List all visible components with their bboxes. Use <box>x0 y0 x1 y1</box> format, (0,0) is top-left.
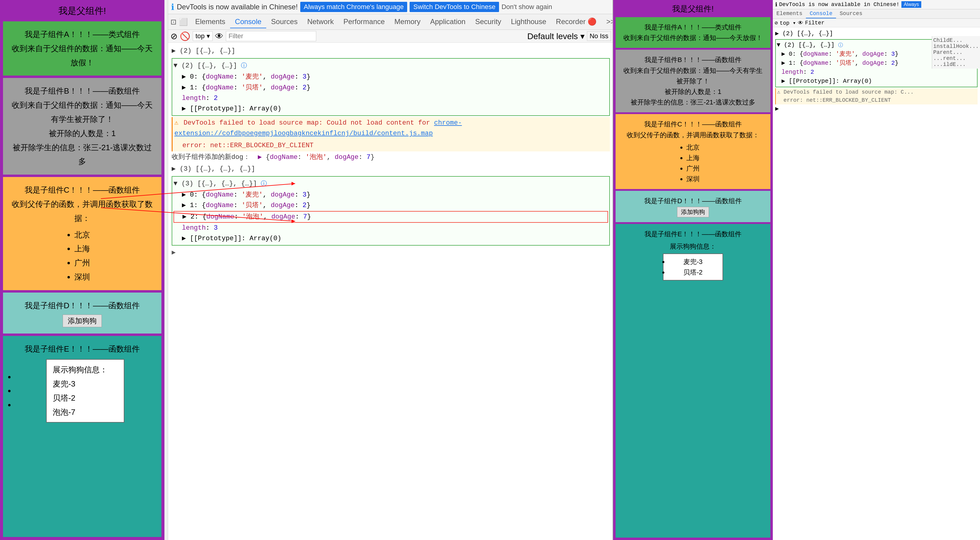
child-c-func: 收到父传子的函数，并调用函数获取了数据： <box>9 197 155 226</box>
mini-child-c-title: 我是子组件C！！！——函数组件 <box>620 119 765 129</box>
line-text-2: (2) [{…}, {…}] <box>181 62 237 70</box>
right-panel: 我是父组件! 我是子组件A！！！——类式组件 收到来自于父组件的数据：通知——今… <box>612 0 980 540</box>
expand-proto-a[interactable]: ▶ <box>182 105 186 113</box>
right-label-1: installHook... <box>933 43 979 49</box>
warning-text: DevTools failed to load source map: Coul… <box>174 119 462 137</box>
console-filter-input[interactable] <box>226 31 316 41</box>
mini-child-d: 我是子组件D！！！——函数组件 添加狗狗 <box>616 191 770 222</box>
match-language-button[interactable]: Always match Chrome's language <box>300 2 407 12</box>
console-group-green-2: ▼ (3) [{…}, {…}, {…}] ⓘ ▶ 0: {dogName: '… <box>172 176 610 246</box>
tab-elements[interactable]: Elements <box>190 16 230 28</box>
expand-sub-2b[interactable]: ▶ <box>183 213 186 221</box>
console-new-dog: 收到子组件添加的新dog： ▶ {dogName: '泡泡', dogAge: … <box>172 151 610 163</box>
tab-lighthouse[interactable]: Lighthouse <box>506 16 551 28</box>
mini-parent-title: 我是父组件! <box>671 2 715 15</box>
expand-sub-0b[interactable]: ▶ <box>182 191 186 199</box>
child-c-title: 我是子组件C！！！——函数组件 <box>9 183 155 197</box>
new-dog-arrow: ▶ <box>258 154 262 161</box>
mini-tab-console[interactable]: Console <box>806 10 836 18</box>
dog-item-1: 贝塔-2 <box>53 391 118 405</box>
mini-child-c-cities: 北京 上海 广州 深圳 <box>686 142 700 184</box>
expand-arrow-3a[interactable]: ▶ <box>172 165 176 173</box>
expand-arrow-3b[interactable]: ▼ <box>173 180 177 187</box>
dog-list-wrapper: 展示狗狗信息： 麦兜-3 贝塔-2 泡泡-7 <box>9 356 155 426</box>
app-panel: 我是父组件! 我是子组件A！！！——类式组件 收到来自于父组件的数据：通知——今… <box>0 0 164 540</box>
mini-sub-arrow-0[interactable]: ▶ <box>781 51 785 57</box>
console-line-2: ▼ (2) [{…}, {…}] ⓘ <box>173 60 608 71</box>
devtools-tabs: ⊡ ⬜ Elements Console Sources Network Per… <box>168 14 614 30</box>
tab-application[interactable]: Application <box>425 16 470 28</box>
mini-child-e-title: 我是子组件E！！！——函数组件 <box>620 229 765 239</box>
mini-proto-arrow[interactable]: ▶ <box>781 78 785 84</box>
device-icon[interactable]: ⬜ <box>179 18 188 26</box>
tab-recorder[interactable]: Recorder 🔴 <box>551 16 601 28</box>
console-line-3a: ▶ (3) [{…}, {…}, {…}] <box>172 163 610 175</box>
tab-performance[interactable]: Performance <box>339 16 390 28</box>
mini-dog-0: 麦兜-3 <box>668 256 718 267</box>
mini-vue-badge: ⓘ <box>838 43 843 48</box>
console-proto-a: ▶ [[Prototype]]: Array(0) <box>173 103 608 114</box>
city-2: 广州 <box>75 256 90 270</box>
mini-dog-list: 麦兜-3 贝塔-2 <box>668 256 718 278</box>
expand-arrow-1[interactable]: ▶ <box>172 47 176 55</box>
parent-title: 我是父组件! <box>59 3 106 19</box>
mini-arrow-1[interactable]: ▶ <box>775 30 779 37</box>
console-length-a: length: 2 <box>173 93 608 103</box>
expand-proto-b[interactable]: ▶ <box>182 235 186 242</box>
ban-icon[interactable]: ⊘ <box>170 31 177 41</box>
clear-icon[interactable]: 🚫 <box>180 31 190 41</box>
mini-expand-more[interactable]: ▶ <box>775 105 978 113</box>
child-d: 我是子组件D！！！——函数组件 添加狗狗 <box>3 292 161 334</box>
tab-network[interactable]: Network <box>302 16 339 28</box>
city-0: 北京 <box>75 228 90 242</box>
tab-sources[interactable]: Sources <box>266 16 302 28</box>
banner-text: DevTools is now available in Chinese! <box>177 3 298 11</box>
prop-0: 0: {dogName: '麦兜', dogAge: 3} <box>190 73 310 81</box>
mini-arrow-2[interactable]: ▼ <box>777 41 780 48</box>
mini-child-e: 我是子组件E！！！——函数组件 展示狗狗信息： 麦兜-3 贝塔-2 <box>616 224 770 538</box>
mini-tab-elements[interactable]: Elements <box>773 10 806 18</box>
mini-app-preview: 我是父组件! 我是子组件A！！！——类式组件 收到来自于父组件的数据：通知——今… <box>613 0 773 540</box>
info-icon: ℹ <box>171 2 174 12</box>
mini-always-btn[interactable]: Always <box>901 1 921 8</box>
top-context[interactable]: top ▾ <box>193 31 213 41</box>
dont-show-button[interactable]: Don't show again <box>501 3 552 11</box>
mini-top-ctx[interactable]: top ▾ <box>780 19 796 26</box>
expand-sub-1[interactable]: ▶ <box>182 84 186 92</box>
mini-child-b-count: 被开除的人数是：1 <box>620 86 765 97</box>
dog-item-0: 麦兜-3 <box>53 377 118 391</box>
new-dog-text: 收到子组件添加的新dog： <box>172 154 254 161</box>
new-dog-value: {dogName: '泡泡', dogAge: 7} <box>266 154 374 161</box>
mini-console: ▶ (2) [{…}, {…}] ▼ (2) [{…}, {…}] ⓘ ▶ 0:… <box>773 27 980 540</box>
expand-sub-1b[interactable]: ▶ <box>182 202 186 209</box>
mini-add-dog-button[interactable]: 添加狗狗 <box>677 207 709 217</box>
tab-security[interactable]: Security <box>471 16 506 28</box>
add-dog-button[interactable]: 添加狗狗 <box>63 314 102 327</box>
mini-sub-arrow-1[interactable]: ▶ <box>781 60 785 67</box>
inspect-icon[interactable]: ⊡ <box>170 18 177 26</box>
console-indent-0b: ▶ 0: {dogName: '麦兜', dogAge: 3} <box>173 190 608 200</box>
eye-icon[interactable]: 👁 <box>215 31 223 41</box>
expand-arrow-2[interactable]: ▼ <box>173 62 177 70</box>
expand-sub-0[interactable]: ▶ <box>182 73 186 81</box>
prop-2b: 2: {dogName: '泡泡', dogAge: 7} <box>190 213 311 221</box>
mini-warning: ⚠ DevTools failed to load source map: C.… <box>775 88 978 105</box>
tab-console[interactable]: Console <box>230 16 266 28</box>
console-length-b: length: 3 <box>173 223 608 233</box>
mini-ban-icon[interactable]: ⊘ <box>775 19 778 26</box>
switch-chinese-button[interactable]: Switch DevTools to Chinese <box>410 2 499 12</box>
default-levels-btn[interactable]: Default levels ▾ <box>527 31 585 41</box>
expand-more-arrow[interactable]: ▶ <box>172 249 176 256</box>
mini-city-1: 上海 <box>686 152 700 163</box>
mini-eye-icon[interactable]: 👁 <box>798 20 803 26</box>
mini-tab-sources[interactable]: Sources <box>836 10 866 18</box>
devtools-icons: ⊡ ⬜ <box>170 18 188 26</box>
console-expand-more[interactable]: ▶ <box>172 247 610 259</box>
dog-list-box: 展示狗狗信息： 麦兜-3 贝塔-2 泡泡-7 <box>46 359 124 422</box>
console-content: ▶ (2) [{…}, {…}] ▼ (2) [{…}, {…}] ⓘ ▶ 0:… <box>168 43 614 540</box>
console-indent-1b: ▶ 1: {dogName: '贝塔', dogAge: 2} <box>173 200 608 211</box>
tab-memory[interactable]: Memory <box>390 16 426 28</box>
mini-more-arrow[interactable]: ▶ <box>775 105 779 112</box>
mini-banner-text: DevTools is now available in Chinese! <box>779 2 900 8</box>
child-b: 我是子组件B！！！——函数组件 收到来自于父组件的数据：通知——今天有学生被开除… <box>3 78 161 175</box>
